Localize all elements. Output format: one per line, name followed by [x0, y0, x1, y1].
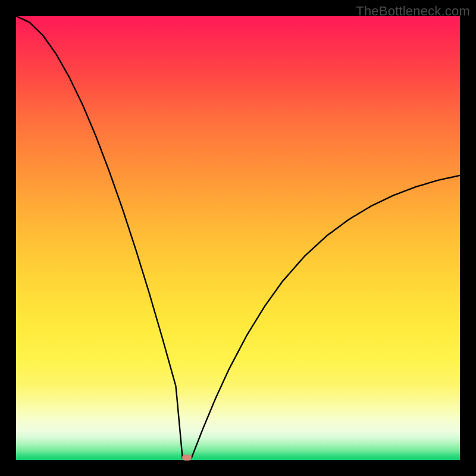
- chart-frame: TheBottleneck.com: [0, 0, 476, 476]
- curve-right-branch: [192, 176, 460, 458]
- watermark-text: TheBottleneck.com: [356, 4, 470, 19]
- bottleneck-curve: [16, 16, 460, 460]
- curve-left-branch: [16, 16, 183, 458]
- chart-plot-area: [16, 16, 460, 460]
- minimum-marker: [182, 455, 192, 461]
